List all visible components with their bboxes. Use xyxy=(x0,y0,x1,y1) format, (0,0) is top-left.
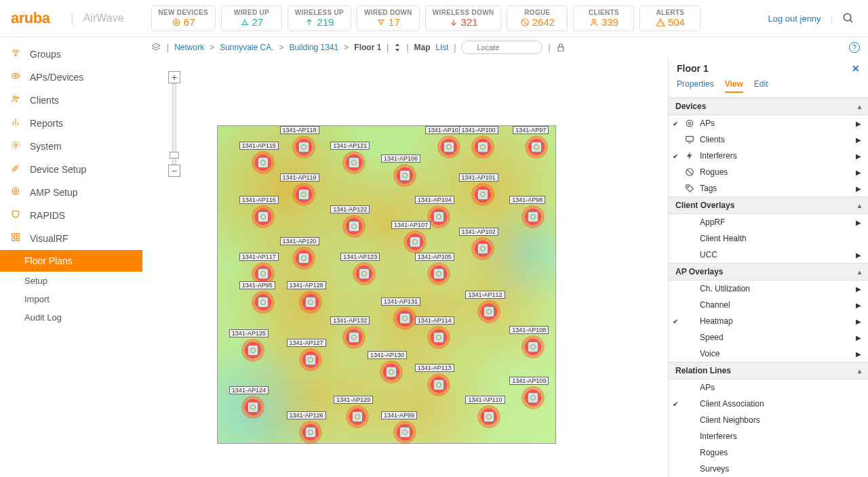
nav-reports[interactable]: Reports xyxy=(0,112,142,135)
expand-icon[interactable]: ▶ xyxy=(856,251,861,259)
expand-icon[interactable] xyxy=(394,43,401,51)
ap-marker[interactable]: 1341-AP116 xyxy=(252,205,275,228)
section-header-relation_lines[interactable]: Relation Lines▴ xyxy=(669,362,868,379)
ap-marker[interactable]: 1341-AP98 xyxy=(521,205,545,228)
ap-marker[interactable]: 1341-AP95 xyxy=(252,291,275,314)
ap-marker[interactable]: 1341-AP130 xyxy=(380,360,403,383)
zoom-out-button[interactable]: − xyxy=(168,165,180,177)
ap-marker[interactable]: 1341-AP100 xyxy=(471,136,494,159)
crumb-building[interactable]: Building 1341 xyxy=(290,43,339,52)
panel-row-ucc[interactable]: UCC▶ xyxy=(669,247,868,263)
ap-marker[interactable]: 1341-AP126 xyxy=(299,421,322,444)
panel-row-interferers[interactable]: Interferers xyxy=(669,428,868,444)
help-icon[interactable]: ? xyxy=(849,42,860,53)
ap-marker[interactable]: 1341-AP125 xyxy=(241,339,264,362)
map-canvas[interactable]: + − 1341-AP1181341-AP101341-AP1001341-AP… xyxy=(142,58,668,477)
section-header-ap_overlays[interactable]: AP Overlays▴ xyxy=(669,263,868,281)
ap-marker[interactable]: 1341-AP132 xyxy=(342,326,366,349)
expand-icon[interactable]: ▶ xyxy=(856,350,861,358)
ap-marker[interactable]: 1341-AP99 xyxy=(393,421,416,444)
panel-row-client-association[interactable]: ✔Client Association xyxy=(669,396,868,412)
expand-icon[interactable]: ▶ xyxy=(856,136,861,144)
panel-row-heatmap[interactable]: ✔Heatmap▶ xyxy=(669,313,868,329)
stat-wired-down[interactable]: WIRED DOWN17 xyxy=(357,5,420,31)
expand-icon[interactable]: ▶ xyxy=(856,285,861,293)
ap-marker[interactable]: 1341-AP129 xyxy=(346,405,369,428)
logout-link[interactable]: Log out jenny xyxy=(768,14,821,24)
ap-marker[interactable]: 1341-AP108 xyxy=(521,335,545,358)
ap-marker[interactable]: 1341-AP105 xyxy=(427,262,450,285)
lock-icon[interactable] xyxy=(556,43,566,52)
panel-row-rogues[interactable]: Rogues▶ xyxy=(669,164,868,180)
nav-sub-floor-plans[interactable]: Floor Plans xyxy=(0,250,142,272)
panel-row-client-neighbors[interactable]: Client Neighbors xyxy=(669,412,868,428)
stat-wired-up[interactable]: WIRED UP27 xyxy=(221,5,282,31)
stat-alerts[interactable]: ALERTS504 xyxy=(639,5,701,31)
panel-row-surveys[interactable]: Surveys xyxy=(669,461,868,477)
ap-marker[interactable]: 1341-AP10 xyxy=(437,136,460,159)
stat-rogue[interactable]: ROGUE2642 xyxy=(507,5,568,31)
nav-visualrf[interactable]: VisualRF xyxy=(0,227,142,250)
ap-marker[interactable]: 1341-AP113 xyxy=(427,373,450,396)
stat-clients[interactable]: CLIENTS339 xyxy=(573,5,634,31)
panel-row-interferers[interactable]: ✔Interferers▶ xyxy=(669,148,868,164)
nav-sub-import[interactable]: Import xyxy=(0,290,142,308)
panel-row-tags[interactable]: Tags▶ xyxy=(669,180,868,196)
nav-groups[interactable]: Groups xyxy=(0,43,142,66)
ap-marker[interactable]: 1341-AP131 xyxy=(393,307,416,330)
panel-row-voice[interactable]: Voice▶ xyxy=(669,346,868,362)
panel-close-icon[interactable]: ✕ xyxy=(852,63,860,74)
ap-marker[interactable]: 1341-AP107 xyxy=(403,230,427,253)
ap-marker[interactable]: 1341-AP110 xyxy=(477,405,500,428)
nav-clients[interactable]: Clients xyxy=(0,89,142,112)
panel-row-aps[interactable]: APs xyxy=(669,379,868,396)
ap-marker[interactable]: 1341-AP118 xyxy=(292,136,315,159)
floor-plan[interactable]: 1341-AP1181341-AP101341-AP1001341-AP9713… xyxy=(217,125,556,444)
crumb-network[interactable]: Network xyxy=(174,43,204,52)
tab-view[interactable]: View xyxy=(725,79,743,93)
ap-marker[interactable]: 1341-AP109 xyxy=(521,386,545,409)
stat-wireless-up[interactable]: WIRELESS UP219 xyxy=(288,5,351,31)
crumb-site[interactable]: Sunnyvale CA. xyxy=(220,43,273,52)
locate-input[interactable] xyxy=(461,41,542,54)
nav-system[interactable]: System xyxy=(0,135,142,158)
expand-icon[interactable]: ▶ xyxy=(856,152,861,160)
expand-icon[interactable]: ▶ xyxy=(856,120,861,127)
tab-list[interactable]: List xyxy=(436,43,449,52)
nav-amp-setup[interactable]: AMP Setup xyxy=(0,181,142,204)
zoom-thumb[interactable] xyxy=(170,152,179,159)
tab-properties[interactable]: Properties xyxy=(677,79,714,93)
ap-marker[interactable]: 1341-AP112 xyxy=(477,300,500,323)
ap-marker[interactable]: 1341-AP123 xyxy=(353,262,376,285)
tab-edit[interactable]: Edit xyxy=(754,79,768,93)
expand-icon[interactable]: ▶ xyxy=(856,185,861,192)
expand-icon[interactable]: ▶ xyxy=(856,334,861,341)
nav-sub-setup[interactable]: Setup xyxy=(0,272,142,290)
tab-map[interactable]: Map xyxy=(414,43,431,52)
panel-row-ch-utilization[interactable]: Ch. Utilization▶ xyxy=(669,281,868,297)
expand-icon[interactable]: ▶ xyxy=(856,169,861,176)
panel-row-apprf[interactable]: AppRF▶ xyxy=(669,214,868,230)
ap-marker[interactable]: 1341-AP122 xyxy=(342,215,366,238)
expand-icon[interactable]: ▶ xyxy=(856,219,861,226)
ap-marker[interactable]: 1341-AP128 xyxy=(299,291,322,314)
ap-marker[interactable]: 1341-AP127 xyxy=(299,348,322,371)
ap-marker[interactable]: 1341-AP115 xyxy=(252,151,275,174)
panel-row-client-health[interactable]: Client Health xyxy=(669,230,868,247)
nav-sub-audit-log[interactable]: Audit Log xyxy=(0,308,142,327)
panel-row-channel[interactable]: Channel▶ xyxy=(669,297,868,313)
panel-row-aps[interactable]: ✔APs▶ xyxy=(669,115,868,131)
section-header-devices[interactable]: Devices▴ xyxy=(669,98,868,115)
nav-aps-devices[interactable]: APs/Devices xyxy=(0,66,142,89)
stat-new-devices[interactable]: NEW DEVICES67 xyxy=(151,5,216,31)
section-header-client_overlays[interactable]: Client Overlays▴ xyxy=(669,196,868,214)
ap-marker[interactable]: 1341-AP119 xyxy=(292,183,315,206)
zoom-in-button[interactable]: + xyxy=(168,71,180,83)
ap-marker[interactable]: 1341-AP106 xyxy=(393,164,416,187)
expand-icon[interactable]: ▶ xyxy=(856,318,861,325)
nav-device-setup[interactable]: Device Setup xyxy=(0,158,142,181)
panel-row-rogues[interactable]: Rogues xyxy=(669,444,868,461)
ap-marker[interactable]: 1341-AP97 xyxy=(525,136,548,159)
search-icon[interactable] xyxy=(842,12,854,24)
panel-row-clients[interactable]: Clients▶ xyxy=(669,131,868,148)
